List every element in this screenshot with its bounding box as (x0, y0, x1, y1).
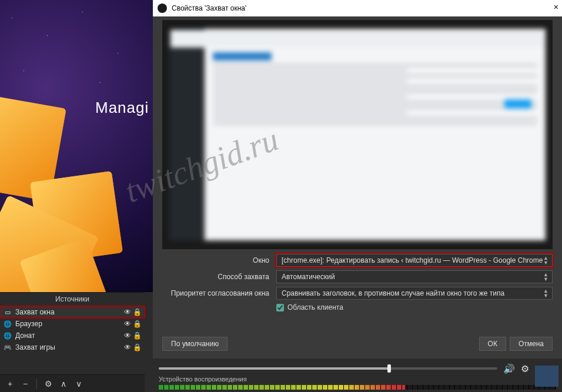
audio-mixer: 🔊 ⚙ 0.0 dB Устройство воспроизведения (153, 359, 562, 392)
defaults-button[interactable]: По умолчанию (162, 337, 228, 351)
source-label: Донат (15, 331, 122, 340)
source-label: Захват окна (15, 308, 122, 316)
window-label: Окно (162, 256, 272, 264)
source-label: Браузер (15, 320, 122, 328)
window-icon: ▭ (4, 309, 12, 316)
source-label: Захват игры (15, 343, 122, 351)
visibility-toggle[interactable]: 👁 (122, 343, 133, 351)
visibility-toggle[interactable]: 👁 (122, 320, 133, 328)
globe-icon: 🌐 (4, 332, 12, 340)
lock-icon[interactable]: 🔒 (133, 331, 141, 340)
ok-button[interactable]: ОК (479, 337, 506, 351)
obs-icon (158, 4, 167, 13)
properties-dialog: Свойства 'Захват окна' × Окно [chrome.ex… (153, 0, 562, 359)
window-dropdown[interactable]: [chrome.exe]: Редактировать запись ‹ twi… (276, 254, 553, 267)
capture-method-label: Способ захвата (162, 273, 272, 281)
audio-meter (159, 385, 556, 390)
preview-overlay-text: Managi (95, 99, 149, 117)
remove-source-button[interactable]: − (19, 377, 32, 390)
source-item-window-capture[interactable]: ▭ Захват окна 👁 🔒 (0, 306, 145, 318)
source-item-game-capture[interactable]: 🎮 Захват игры 👁 🔒 (0, 341, 145, 353)
speaker-icon[interactable]: 🔊 (503, 363, 515, 374)
source-item-donate[interactable]: 🌐 Донат 👁 🔒 (0, 330, 145, 341)
window-match-priority-value: Сравнивать заголовок, в противном случае… (282, 289, 504, 297)
volume-slider[interactable] (159, 367, 497, 370)
source-properties-button[interactable]: ⚙ (42, 377, 55, 390)
visibility-toggle[interactable]: 👁 (122, 331, 133, 340)
gamepad-icon: 🎮 (4, 344, 12, 351)
add-source-button[interactable]: + (4, 377, 16, 390)
client-area-checkbox[interactable] (276, 304, 284, 311)
window-match-priority-label: Приоритет согласования окна (162, 289, 272, 297)
capture-preview (162, 20, 553, 249)
sources-toolbar: + − ⚙ ∧ ∨ (0, 374, 145, 392)
lock-icon[interactable]: 🔒 (133, 343, 141, 351)
timeline-clip[interactable] (535, 366, 558, 387)
lock-icon[interactable]: 🔒 (133, 320, 141, 328)
dropdown-arrows-icon: ▲▼ (543, 256, 548, 265)
dialog-titlebar[interactable]: Свойства 'Захват окна' × (153, 0, 562, 16)
mixer-settings-icon[interactable]: ⚙ (521, 363, 529, 374)
volume-thumb[interactable] (387, 364, 391, 373)
visibility-toggle[interactable]: 👁 (122, 308, 133, 316)
dialog-buttons: По умолчанию ОК Отмена (162, 336, 553, 351)
capture-method-dropdown[interactable]: Автоматический ▲▼ (276, 270, 553, 283)
source-item-browser[interactable]: 🌐 Браузер 👁 🔒 (0, 318, 145, 330)
move-up-button[interactable]: ∧ (57, 377, 70, 390)
lock-icon[interactable]: 🔒 (133, 308, 141, 316)
dropdown-arrows-icon: ▲▼ (543, 289, 548, 298)
cancel-button[interactable]: Отмена (510, 337, 553, 351)
dialog-title: Свойства 'Захват окна' (172, 4, 246, 12)
properties-form: Окно [chrome.exe]: Редактировать запись … (162, 254, 553, 311)
device-label: Устройство воспроизведения (159, 376, 247, 383)
sources-panel: Источники ▭ Захват окна 👁 🔒 🌐 Браузер 👁 … (0, 292, 145, 392)
dropdown-arrows-icon: ▲▼ (543, 272, 548, 282)
capture-method-value: Автоматический (282, 273, 335, 281)
sources-header: Источники (0, 293, 145, 306)
close-icon[interactable]: × (554, 2, 558, 12)
client-area-row: Область клиента (276, 303, 553, 311)
window-match-priority-dropdown[interactable]: Сравнивать заголовок, в противном случае… (276, 287, 553, 300)
toolbar-divider (36, 378, 37, 389)
move-down-button[interactable]: ∨ (72, 377, 85, 390)
window-value: [chrome.exe]: Редактировать запись ‹ twi… (282, 256, 543, 264)
client-area-label: Область клиента (287, 303, 343, 311)
preview-canvas: Managi (0, 0, 153, 292)
globe-icon: 🌐 (4, 320, 12, 328)
